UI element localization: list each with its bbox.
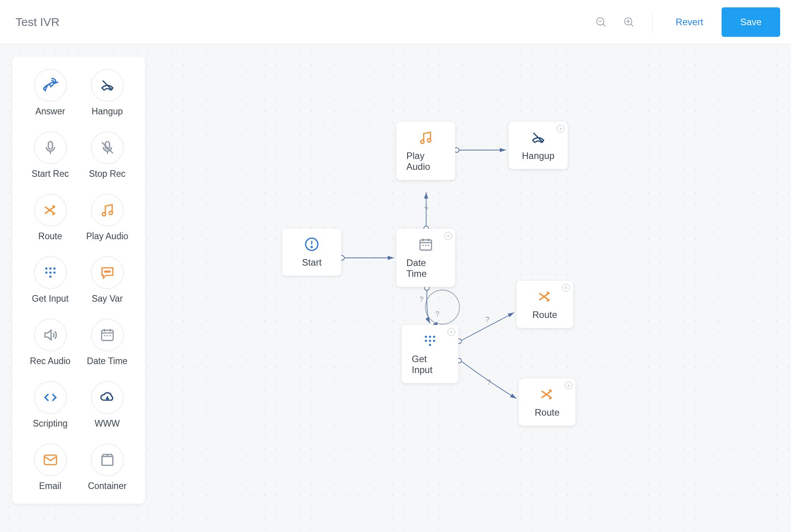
palette-item-play-audio[interactable]: Play Audio	[79, 194, 136, 242]
revert-button[interactable]: Revert	[667, 10, 713, 34]
svg-point-56	[109, 271, 110, 272]
svg-point-49	[53, 268, 55, 270]
mic-off-icon	[91, 131, 124, 164]
svg-point-47	[45, 268, 47, 270]
svg-rect-66	[102, 456, 113, 465]
palette-item-www[interactable]: WWW	[79, 381, 136, 429]
package-icon	[91, 444, 124, 476]
palette-item-route[interactable]: Route	[22, 194, 79, 242]
node-label: Get Input	[412, 354, 448, 375]
svg-point-50	[45, 271, 47, 274]
node-label: Play Audio	[406, 150, 445, 172]
node-add-button[interactable]: +	[447, 328, 455, 336]
palette-label: WWW	[95, 418, 120, 429]
hangup-icon	[91, 69, 124, 102]
node-add-button[interactable]: +	[562, 284, 570, 292]
svg-point-21	[311, 247, 313, 248]
svg-point-45	[102, 212, 105, 216]
route-icon	[537, 288, 553, 305]
palette-item-stop-rec[interactable]: Stop Rec	[79, 131, 136, 179]
route-icon	[539, 386, 555, 402]
svg-point-37	[433, 340, 435, 342]
node-add-button[interactable]: +	[565, 382, 572, 389]
node-add-button[interactable]: +	[444, 232, 452, 240]
node-palette: Answer Hangup Start Rec Stop Rec Route	[12, 57, 145, 504]
svg-line-4	[631, 24, 633, 26]
palette-label: Route	[38, 231, 62, 242]
svg-point-33	[429, 336, 431, 338]
node-label: Route	[532, 309, 557, 320]
node-start[interactable]: Start	[282, 228, 341, 276]
phone-answer-icon	[34, 69, 67, 102]
node-label: Route	[535, 407, 560, 418]
palette-item-container[interactable]: Container	[79, 444, 136, 491]
svg-point-30	[427, 139, 431, 142]
palette-label: Say Var	[92, 294, 123, 304]
palette-item-hangup[interactable]: Hangup	[79, 69, 136, 117]
speaker-icon	[34, 319, 67, 351]
start-icon	[304, 236, 320, 252]
header-divider	[652, 11, 653, 33]
svg-point-32	[425, 336, 427, 338]
node-label: Date Time	[406, 257, 445, 279]
node-hangup[interactable]: + Hangup	[509, 122, 568, 169]
page-title: Test IVR	[16, 16, 59, 29]
palette-item-say-var[interactable]: Say Var	[79, 256, 136, 304]
palette-item-rec-audio[interactable]: Rec Audio	[22, 319, 79, 366]
node-route-2[interactable]: + Route	[519, 378, 575, 426]
palette-label: Scripting	[33, 418, 67, 429]
node-getinput[interactable]: + Get Input	[402, 325, 458, 383]
node-label: Hangup	[522, 150, 554, 161]
svg-point-35	[425, 340, 427, 342]
palette-label: Play Audio	[86, 231, 128, 242]
node-playaudio[interactable]: Play Audio	[396, 122, 455, 180]
palette-label: Hangup	[92, 106, 123, 117]
music-icon	[91, 194, 124, 226]
svg-point-55	[107, 271, 108, 272]
svg-point-48	[49, 268, 52, 270]
svg-point-52	[53, 271, 55, 274]
palette-item-answer[interactable]: Answer	[22, 69, 79, 117]
palette-label: Get Input	[32, 294, 69, 304]
palette-item-start-rec[interactable]: Start Rec	[22, 131, 79, 179]
zoom-in-button[interactable]	[620, 13, 638, 31]
svg-point-34	[433, 336, 435, 338]
zoom-out-icon	[595, 16, 607, 28]
svg-point-51	[49, 271, 52, 274]
route-icon	[34, 194, 67, 226]
svg-line-1	[603, 24, 605, 26]
zoom-out-button[interactable]	[592, 13, 610, 31]
email-icon	[34, 444, 67, 476]
palette-item-get-input[interactable]: Get Input	[22, 256, 79, 304]
svg-point-36	[429, 340, 431, 342]
palette-item-date-time[interactable]: Date Time	[79, 319, 136, 366]
calendar-icon	[418, 237, 434, 253]
palette-item-scripting[interactable]: Scripting	[22, 381, 79, 429]
keypad-icon	[422, 333, 438, 349]
svg-point-46	[109, 211, 112, 215]
palette-label: Answer	[35, 106, 65, 117]
svg-point-54	[105, 271, 106, 272]
save-button[interactable]: Save	[722, 7, 780, 37]
zoom-in-icon	[623, 16, 635, 28]
palette-label: Stop Rec	[89, 169, 126, 179]
header-bar: Test IVR Revert Save	[0, 0, 791, 44]
palette-label: Container	[88, 481, 127, 491]
palette-label: Start Rec	[32, 169, 69, 179]
header-controls: Revert Save	[592, 7, 780, 37]
svg-rect-40	[48, 142, 52, 149]
node-label: Start	[302, 257, 322, 268]
canvas[interactable]: ? ? ? ? ? Start + Date Time	[0, 44, 791, 532]
calendar-icon	[91, 319, 124, 351]
palette-item-email[interactable]: Email	[22, 444, 79, 491]
svg-point-53	[49, 276, 52, 278]
node-route-1[interactable]: + Route	[516, 281, 573, 328]
svg-point-38	[429, 344, 431, 346]
palette-label: Date Time	[87, 356, 128, 366]
svg-point-29	[421, 140, 424, 143]
palette-label: Rec Audio	[30, 356, 71, 366]
node-add-button[interactable]: +	[557, 125, 565, 133]
node-datetime[interactable]: + Date Time	[396, 229, 455, 287]
chat-icon	[91, 256, 124, 289]
code-icon	[34, 381, 67, 414]
